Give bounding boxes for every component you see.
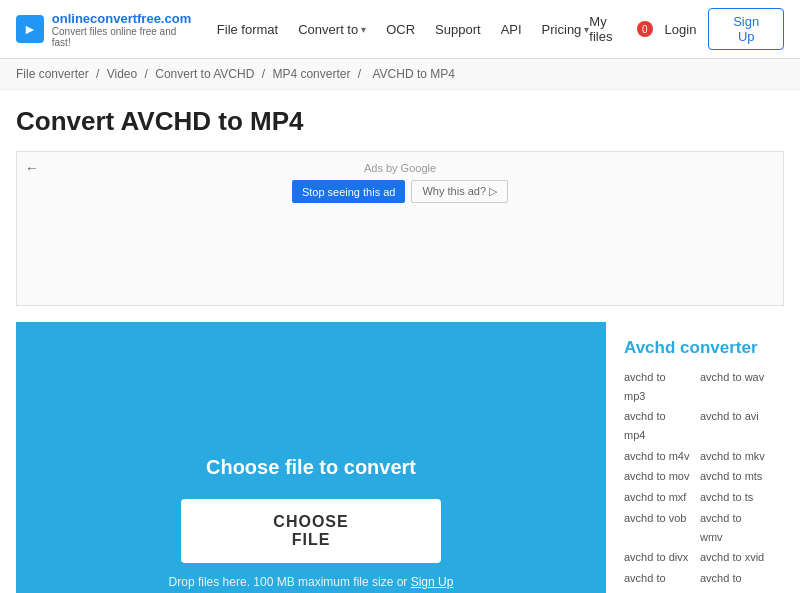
logo-subtitle: Convert files online free and fast!: [52, 26, 197, 48]
avchd-link-col1-3[interactable]: avchd to mov: [624, 467, 690, 486]
page-title: Convert AVCHD to MP4: [16, 106, 784, 137]
header-right: My files 0 Login Sign Up: [589, 8, 784, 50]
main-nav: File format Convert to ▾ OCR Support API…: [197, 22, 590, 37]
avchd-link-col2-1[interactable]: avchd to avi: [700, 407, 766, 444]
convert-to-chevron-icon: ▾: [361, 24, 366, 35]
sidebar: Avchd converter avchd to mp3avchd to wav…: [606, 322, 784, 593]
sign-up-link[interactable]: Sign Up: [411, 575, 454, 589]
lower-section: Choose file to convert CHOOSE FILE Drop …: [16, 322, 784, 593]
choose-file-button[interactable]: CHOOSE FILE: [181, 499, 441, 563]
avchd-link-col1-4[interactable]: avchd to mxf: [624, 488, 690, 507]
login-button[interactable]: Login: [665, 22, 697, 37]
breadcrumb-item-1[interactable]: Video: [107, 67, 137, 81]
drop-info: Drop files here. 100 MB maximum file siz…: [169, 575, 454, 589]
avchd-link-col2-3[interactable]: avchd to mts: [700, 467, 766, 486]
my-files-button[interactable]: My files 0: [589, 14, 652, 44]
avchd-link-col1-5[interactable]: avchd to vob: [624, 509, 690, 546]
header: ► onlineconvertfree.com Convert files on…: [0, 0, 800, 59]
avchd-link-col2-6[interactable]: avchd to xvid: [700, 548, 766, 567]
main-content: Convert AVCHD to MP4 ← Ads by Google Sto…: [0, 90, 800, 593]
breadcrumb-item-0[interactable]: File converter: [16, 67, 89, 81]
notification-badge: 0: [637, 21, 653, 37]
breadcrumb: File converter / Video / Convert to AVCH…: [0, 59, 800, 90]
nav-support[interactable]: Support: [435, 22, 481, 37]
nav-convert-to[interactable]: Convert to ▾: [298, 22, 366, 37]
nav-api[interactable]: API: [501, 22, 522, 37]
my-files-label: My files: [589, 14, 632, 44]
logo-text: onlineconvertfree.com Convert files onli…: [52, 11, 197, 48]
breadcrumb-item-3[interactable]: MP4 converter: [272, 67, 350, 81]
nav-file-format[interactable]: File format: [217, 22, 278, 37]
converter-panel: Choose file to convert CHOOSE FILE Drop …: [16, 322, 606, 593]
avchd-link-col1-2[interactable]: avchd to m4v: [624, 447, 690, 466]
nav-pricing[interactable]: Pricing ▾: [542, 22, 590, 37]
ads-by-google-label: Ads by Google: [364, 162, 436, 174]
why-this-ad-button[interactable]: Why this ad? ▷: [411, 180, 508, 203]
avchd-link-col2-0[interactable]: avchd to wav: [700, 368, 766, 405]
logo-area: ► onlineconvertfree.com Convert files on…: [16, 11, 197, 48]
ad-container: ← Ads by Google Stop seeing this ad Why …: [16, 151, 784, 306]
breadcrumb-item-2[interactable]: Convert to AVCHD: [155, 67, 254, 81]
avchd-link-col2-2[interactable]: avchd to mkv: [700, 447, 766, 466]
avchd-link-col1-6[interactable]: avchd to divx: [624, 548, 690, 567]
logo-icon: ►: [16, 15, 44, 43]
logo-title: onlineconvertfree.com: [52, 11, 197, 26]
signup-button[interactable]: Sign Up: [708, 8, 784, 50]
avchd-link-col2-4[interactable]: avchd to ts: [700, 488, 766, 507]
avchd-link-col1-1[interactable]: avchd to mp4: [624, 407, 690, 444]
sidebar-avchd-title: Avchd converter: [624, 338, 766, 358]
avchd-link-col2-7[interactable]: avchd to mpeg: [700, 569, 766, 593]
avchd-link-col1-7[interactable]: avchd to mpg: [624, 569, 690, 593]
breadcrumb-current: AVCHD to MP4: [372, 67, 454, 81]
avchd-link-col2-5[interactable]: avchd to wmv: [700, 509, 766, 546]
converter-title: Choose file to convert: [206, 456, 416, 479]
nav-ocr[interactable]: OCR: [386, 22, 415, 37]
sidebar-avchd-links: avchd to mp3avchd to wavavchd to mp4avch…: [624, 368, 766, 593]
ad-buttons: Stop seeing this ad Why this ad? ▷: [292, 180, 508, 203]
stop-seeing-ad-button[interactable]: Stop seeing this ad: [292, 180, 406, 203]
ad-back-arrow-icon[interactable]: ←: [25, 160, 39, 176]
avchd-link-col1-0[interactable]: avchd to mp3: [624, 368, 690, 405]
